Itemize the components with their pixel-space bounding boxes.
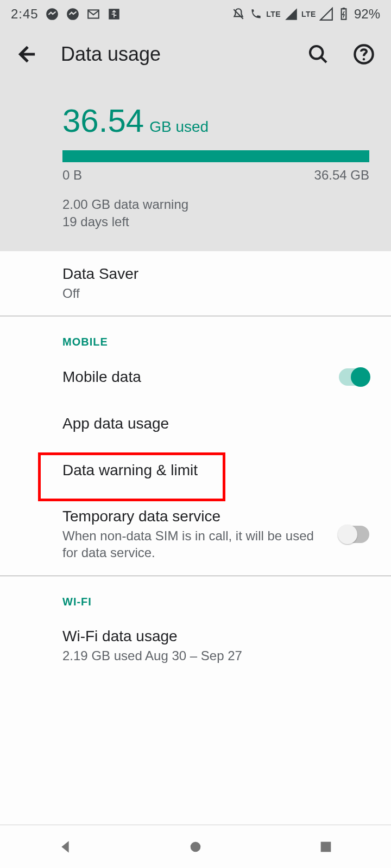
row-wifi-data-usage[interactable]: Wi-Fi data usage 2.19 GB used Aug 30 – S… bbox=[0, 614, 391, 678]
svg-point-10 bbox=[363, 58, 365, 60]
row-data-warning-limit[interactable]: Data warning & limit bbox=[0, 447, 391, 494]
nav-home-button[interactable] bbox=[186, 837, 205, 857]
row-mobile-data[interactable]: Mobile data bbox=[0, 354, 391, 400]
row-title: Mobile data bbox=[62, 368, 339, 386]
signal-full-icon bbox=[284, 7, 298, 21]
signal-empty-icon bbox=[319, 7, 333, 21]
row-sub: Off bbox=[62, 285, 323, 302]
row-app-data-usage[interactable]: App data usage bbox=[0, 400, 391, 447]
row-title: Temporary data service bbox=[62, 508, 339, 525]
usage-unit: GB used bbox=[149, 118, 209, 136]
svg-rect-6 bbox=[343, 8, 345, 9]
usage-warning: 2.00 GB data warning bbox=[62, 197, 369, 212]
volte-call-icon bbox=[249, 7, 263, 21]
usage-bar: 0 B 36.54 GB bbox=[62, 150, 369, 183]
usage-summary: 36.54 GB used 0 B 36.54 GB 2.00 GB data … bbox=[0, 80, 391, 229]
settings-list: Data Saver Off MOBILE Mobile data App da… bbox=[0, 251, 391, 825]
usage-days-left: 19 days left bbox=[62, 214, 369, 229]
row-title: Data warning & limit bbox=[62, 462, 369, 479]
status-bar: 2:45 LTE LTE 92% bbox=[0, 0, 391, 28]
svg-point-11 bbox=[191, 841, 201, 852]
mobile-data-switch[interactable] bbox=[339, 368, 369, 386]
svg-rect-5 bbox=[342, 9, 346, 20]
battery-charging-icon bbox=[337, 7, 351, 21]
messenger-icon bbox=[66, 7, 80, 21]
row-sub: When non-data SIM is in call, it will be… bbox=[62, 527, 323, 561]
back-button[interactable] bbox=[15, 42, 39, 66]
row-title: Wi-Fi data usage bbox=[62, 628, 369, 645]
messenger-icon bbox=[45, 7, 59, 21]
section-mobile: MOBILE bbox=[0, 316, 391, 354]
row-temporary-data-service[interactable]: Temporary data service When non-data SIM… bbox=[0, 494, 391, 575]
row-data-saver[interactable]: Data Saver Off bbox=[0, 251, 391, 316]
help-button[interactable] bbox=[352, 42, 376, 66]
lte-label: LTE bbox=[266, 10, 281, 18]
appbar: Data usage bbox=[0, 28, 391, 80]
usb-icon bbox=[107, 7, 121, 21]
row-title: App data usage bbox=[62, 415, 369, 432]
system-nav-bar bbox=[0, 825, 391, 868]
status-time: 2:45 bbox=[11, 7, 39, 22]
usage-bar-min: 0 B bbox=[62, 168, 82, 183]
lte-label-2: LTE bbox=[301, 10, 316, 18]
header-block: Data usage 36.54 GB used 0 B 36.54 GB 2.… bbox=[0, 28, 391, 251]
nav-recent-button[interactable] bbox=[316, 837, 336, 857]
page-title: Data usage bbox=[61, 43, 285, 66]
search-button[interactable] bbox=[306, 42, 330, 66]
svg-point-7 bbox=[310, 46, 323, 59]
row-sub: 2.19 GB used Aug 30 – Sep 27 bbox=[62, 647, 323, 664]
dnd-off-icon bbox=[231, 7, 245, 21]
gmail-icon bbox=[86, 7, 100, 21]
usage-amount: 36.54 bbox=[62, 102, 144, 139]
battery-percent: 92% bbox=[354, 7, 380, 22]
usage-bar-max: 36.54 GB bbox=[314, 168, 369, 183]
svg-line-8 bbox=[321, 57, 326, 62]
row-title: Data Saver bbox=[62, 265, 369, 283]
temporary-data-switch[interactable] bbox=[339, 526, 369, 543]
nav-back-button[interactable] bbox=[55, 837, 75, 857]
section-wifi: WI-FI bbox=[0, 576, 391, 614]
svg-rect-12 bbox=[321, 841, 331, 852]
